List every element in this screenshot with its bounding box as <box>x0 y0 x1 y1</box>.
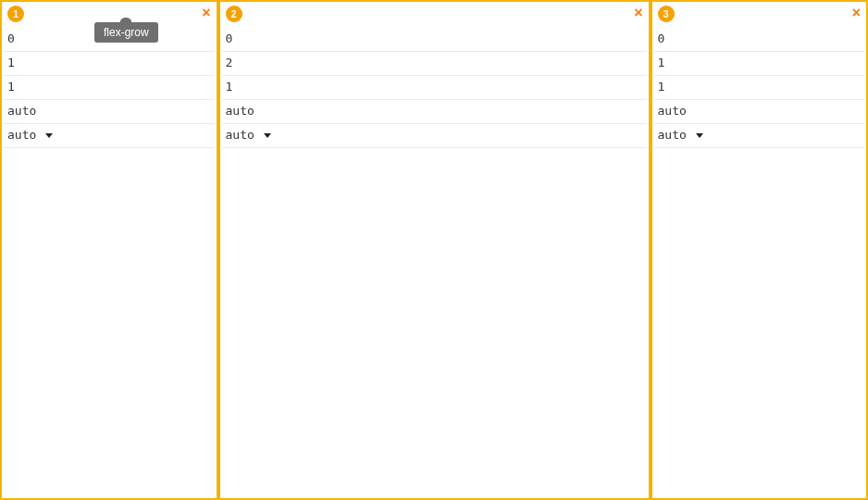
flex-item-1[interactable]: 1 × flex-grow 0 1 1 auto auto <box>2 2 217 498</box>
align-self-select[interactable]: auto <box>222 124 647 148</box>
order-input[interactable]: 0 <box>4 28 215 52</box>
align-self-select[interactable]: auto <box>654 124 865 148</box>
flex-shrink-input[interactable]: 1 <box>4 76 215 100</box>
field-list: 0 2 1 auto auto <box>220 28 649 148</box>
flex-shrink-input[interactable]: 1 <box>654 76 865 100</box>
flex-playground: 1 × flex-grow 0 1 1 auto auto 2 × 0 2 1 … <box>0 0 868 500</box>
chevron-down-icon <box>696 133 703 138</box>
flex-basis-input[interactable]: auto <box>4 100 215 124</box>
column-header: 3 × <box>652 2 867 28</box>
flex-item-2[interactable]: 2 × 0 2 1 auto auto <box>217 2 649 498</box>
close-icon[interactable]: × <box>852 6 861 20</box>
flex-shrink-input[interactable]: 1 <box>222 76 647 100</box>
field-list: 0 1 1 auto auto <box>2 28 217 148</box>
flex-grow-input[interactable]: 1 <box>654 52 865 76</box>
chevron-down-icon <box>45 133 53 138</box>
chevron-down-icon <box>264 133 271 138</box>
order-input[interactable]: 0 <box>654 28 865 52</box>
order-input[interactable]: 0 <box>222 28 647 52</box>
flex-grow-input[interactable]: 1 <box>4 52 215 76</box>
column-header: 2 × <box>220 2 649 28</box>
close-icon[interactable]: × <box>202 6 210 20</box>
close-icon[interactable]: × <box>634 6 642 20</box>
flex-item-3[interactable]: 3 × 0 1 1 auto auto <box>649 2 867 498</box>
index-badge: 3 <box>658 6 675 22</box>
align-self-value: auto <box>226 127 254 144</box>
flex-basis-input[interactable]: auto <box>654 100 865 124</box>
column-header: 1 × <box>2 2 217 28</box>
index-badge: 1 <box>7 6 24 22</box>
field-list: 0 1 1 auto auto <box>652 28 867 148</box>
align-self-value: auto <box>658 127 687 144</box>
align-self-value: auto <box>7 127 36 144</box>
flex-grow-input[interactable]: 2 <box>222 52 647 76</box>
align-self-select[interactable]: auto <box>4 124 215 148</box>
flex-basis-input[interactable]: auto <box>222 100 647 124</box>
index-badge: 2 <box>226 6 242 22</box>
